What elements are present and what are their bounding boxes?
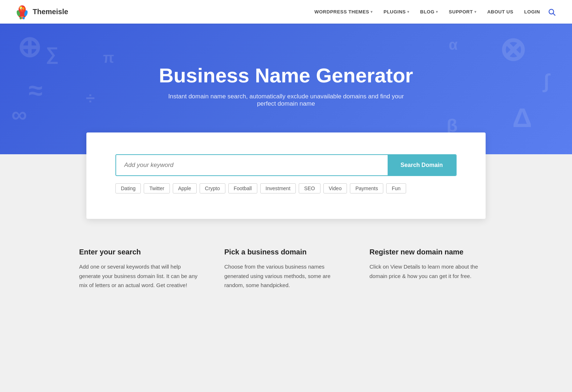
svg-line-14 (553, 13, 555, 15)
keyword-tag[interactable]: Fun (386, 183, 406, 193)
feature-desc-3: Click on View Details to learn more abou… (369, 262, 493, 281)
svg-point-12 (23, 17, 25, 19)
nav-blog[interactable]: BLOG ▾ (415, 6, 443, 17)
keyword-tag[interactable]: Payments (350, 183, 383, 193)
logo[interactable]: Themeisle (15, 4, 68, 20)
svg-point-8 (21, 8, 22, 9)
feature-enter-search: Enter your search Add one or several key… (79, 248, 203, 290)
nav-about-us[interactable]: ABOUT US (482, 6, 518, 17)
feature-desc-1: Add one or several keywords that will he… (79, 262, 203, 290)
svg-point-11 (20, 17, 22, 19)
chevron-down-icon: ▾ (371, 10, 373, 14)
site-header: Themeisle WORDPRESS THEMES ▾ PLUGINS ▾ B… (0, 0, 572, 24)
feature-pick-domain: Pick a business domain Choose from the v… (224, 248, 348, 290)
nav-wordpress-themes[interactable]: WORDPRESS THEMES ▾ (309, 6, 378, 17)
feature-register-domain: Register new domain name Click on View D… (369, 248, 493, 290)
keyword-tag[interactable]: Dating (115, 183, 141, 193)
feature-title-2: Pick a business domain (224, 248, 348, 256)
features-grid: Enter your search Add one or several key… (79, 248, 493, 290)
logo-text: Themeisle (33, 8, 68, 16)
search-row: Search Domain (115, 154, 457, 176)
search-card: Search Domain DatingTwitterAppleCryptoFo… (86, 132, 486, 219)
feature-desc-2: Choose from the various business names g… (224, 262, 348, 290)
keyword-tag[interactable]: Twitter (144, 183, 169, 193)
feature-title-3: Register new domain name (369, 248, 493, 256)
chevron-down-icon: ▾ (436, 10, 438, 14)
keyword-tag[interactable]: Investment (260, 183, 296, 193)
keyword-tag[interactable]: Football (228, 183, 257, 193)
nav-login[interactable]: LOGIN (519, 6, 545, 17)
nav-support[interactable]: SUPPORT ▾ (444, 6, 482, 17)
feature-title-1: Enter your search (79, 248, 203, 256)
main-nav: WORDPRESS THEMES ▾ PLUGINS ▾ BLOG ▾ SUPP… (309, 6, 557, 18)
keyword-tag[interactable]: SEO (299, 183, 320, 193)
keyword-tag[interactable]: Crypto (200, 183, 225, 193)
nav-plugins[interactable]: PLUGINS ▾ (379, 6, 414, 17)
search-input[interactable] (116, 155, 388, 175)
hero-subtitle: Instant domain name search, automaticall… (159, 93, 413, 107)
svg-point-4 (23, 7, 25, 9)
keyword-tag[interactable]: Video (323, 183, 347, 193)
chevron-down-icon: ▾ (407, 10, 409, 14)
page-title: Business Name Generator (159, 64, 413, 87)
search-icon[interactable] (546, 6, 557, 18)
chevron-down-icon: ▾ (474, 10, 477, 14)
keyword-tag[interactable]: Apple (173, 183, 197, 193)
parrot-icon (15, 4, 30, 20)
keyword-tags: DatingTwitterAppleCryptoFootballInvestme… (115, 183, 457, 193)
search-domain-button[interactable]: Search Domain (388, 155, 456, 175)
features-section: Enter your search Add one or several key… (50, 219, 522, 312)
